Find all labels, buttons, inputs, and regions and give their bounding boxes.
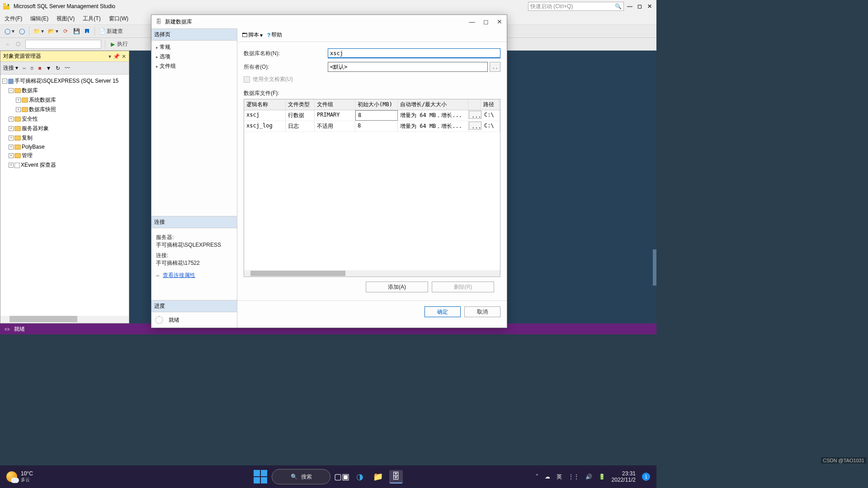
back-button[interactable]: ◯▾ — [4, 28, 14, 35]
refresh-icon[interactable]: ⟳ — [62, 28, 69, 35]
new-database-dialog: 🗄 新建数据库 ― ◻ ✕ 选择页 常规 选项 文件组 连接 服务器: 手可摘棉… — [151, 14, 507, 328]
cancel-button[interactable]: 取消 — [464, 306, 500, 317]
page-filegroups[interactable]: 文件组 — [154, 61, 234, 71]
db-files-grid[interactable]: 逻辑名称 文件类型 文件组 初始大小(MB) 自动增长/最大大小 路径 xscj… — [244, 99, 500, 277]
start-button[interactable] — [254, 470, 267, 483]
tree-server-objects[interactable]: + 服务器对象 — [2, 124, 127, 133]
plus-icon[interactable]: + — [9, 117, 14, 122]
add-file-button[interactable]: 添加(A) — [366, 282, 428, 292]
plus-icon[interactable]: + — [9, 163, 14, 168]
dialog-minimize-button[interactable]: ― — [469, 18, 475, 25]
filter-icon[interactable]: ▼ — [46, 65, 52, 71]
growth-browse-button[interactable]: ... — [469, 111, 481, 119]
connect-icon[interactable]: ⎓ — [23, 65, 26, 71]
plus-icon[interactable]: + — [16, 98, 21, 103]
quick-launch-box[interactable]: 快速启动 (Ctrl+Q) 🔍 — [528, 2, 624, 11]
plug-icon[interactable]: ⎓ — [4, 41, 11, 48]
grid-row[interactable]: xscj 行数据 PRIMARY 8 增量为 64 MB，增长... ... C… — [244, 110, 500, 121]
grid-hscrollbar[interactable] — [244, 270, 500, 277]
tree-server-node[interactable]: − 手可摘棉花\SQLEXPRESS (SQL Server 15 — [2, 76, 127, 86]
save-icon[interactable]: 💾 — [73, 28, 80, 35]
ime-indicator[interactable]: 英 — [557, 473, 562, 481]
folder-button[interactable]: 📂▾ — [47, 28, 58, 35]
taskbar-weather[interactable]: 10°C 多云 — [0, 470, 33, 483]
ssms-app-icon — [3, 3, 10, 10]
close-button[interactable]: ✕ — [646, 2, 654, 10]
edge-icon[interactable]: ◑ — [353, 470, 367, 483]
view-connection-properties-link[interactable]: 查看连接属性 — [163, 272, 195, 279]
minus-icon[interactable]: − — [2, 79, 7, 84]
growth-browse-button[interactable]: ... — [469, 122, 481, 130]
execute-button[interactable]: ▶ 执行 — [109, 40, 128, 48]
plug2-icon[interactable]: ⎔ — [14, 41, 22, 48]
xevent-icon — [14, 163, 20, 168]
database-dropdown[interactable] — [25, 40, 101, 49]
workspace-scrollbar[interactable] — [653, 249, 656, 286]
status-icon: ▭ — [5, 326, 9, 332]
menu-tools[interactable]: 工具(T) — [83, 15, 100, 23]
pulse-icon[interactable]: 〰 — [65, 65, 70, 71]
wifi-icon[interactable]: ⋮⋮ — [568, 474, 579, 480]
owner-input[interactable] — [328, 62, 488, 72]
dialog-close-button[interactable]: ✕ — [497, 18, 502, 25]
plus-icon[interactable]: + — [16, 107, 21, 112]
disconnect-icon[interactable]: ⎏ — [30, 65, 33, 71]
tree-management[interactable]: + 管理 — [2, 151, 127, 160]
file-explorer-icon[interactable]: 📁 — [371, 470, 385, 483]
menu-window[interactable]: 窗口(W) — [109, 15, 128, 23]
minus-icon[interactable]: − — [9, 88, 14, 93]
menu-file[interactable]: 文件(F) — [5, 15, 22, 23]
tree-hscrollbar[interactable] — [0, 316, 129, 323]
open-button[interactable]: 📁▾ — [33, 28, 44, 35]
dialog-maximize-button[interactable]: ◻ — [483, 18, 489, 25]
taskbar-search[interactable]: 🔍 搜索 — [272, 469, 330, 484]
dialog-toolbar: 🗔 脚本 ▾ ? 帮助 — [237, 28, 507, 42]
script-dropdown[interactable]: 🗔 脚本 ▾ — [242, 31, 263, 39]
tree-xevent[interactable]: + XEvent 探查器 — [2, 160, 127, 170]
task-view-icon[interactable]: ▢▣ — [335, 470, 349, 483]
plus-icon[interactable]: + — [9, 126, 14, 131]
grid-row[interactable]: xscj_log 日志 不适用 8 增量为 64 MB，增长... ... C:… — [244, 121, 500, 132]
battery-icon[interactable]: 🔋 — [599, 474, 605, 480]
panel-close-icon[interactable]: ✕ — [122, 53, 126, 60]
connect-dropdown[interactable]: 连接 ▾ — [3, 64, 18, 72]
ok-button[interactable]: 确定 — [425, 306, 461, 317]
help-button[interactable]: ? 帮助 — [267, 31, 282, 39]
progress-header: 进度 — [151, 300, 237, 312]
menu-view[interactable]: 视图(V) — [57, 15, 75, 23]
page-options[interactable]: 选项 — [154, 52, 234, 61]
progress-status: 就绪 — [151, 312, 237, 328]
db-name-input[interactable] — [328, 48, 500, 58]
tree-databases[interactable]: − 数据库 — [2, 86, 127, 95]
minimize-button[interactable]: ― — [626, 2, 634, 10]
ssms-taskbar-icon[interactable]: 🗄 — [389, 470, 403, 483]
object-explorer-panel: 对象资源管理器 ▾ 📌 ✕ 连接 ▾ ⎓ ⎏ ■ ▼ ↻ 〰 − 手可摘棉花\S… — [0, 51, 129, 324]
page-general[interactable]: 常规 — [154, 42, 234, 52]
dialog-titlebar[interactable]: 🗄 新建数据库 ― ◻ ✕ — [151, 15, 507, 28]
folder-icon — [22, 107, 28, 112]
save-all-icon[interactable]: 🖪 — [84, 28, 91, 35]
taskbar-clock[interactable]: 23:31 2022/11/2 — [612, 470, 636, 483]
owner-browse-button[interactable]: . . — [490, 62, 500, 72]
pin-icon[interactable]: 📌 — [113, 53, 120, 60]
dropdown-icon[interactable]: ▾ — [108, 53, 111, 60]
object-tree[interactable]: − 手可摘棉花\SQLEXPRESS (SQL Server 15 − 数据库 … — [0, 75, 129, 316]
tree-polybase[interactable]: + PolyBase — [2, 143, 127, 151]
refresh-tree-icon[interactable]: ↻ — [56, 65, 60, 71]
plus-icon[interactable]: + — [9, 153, 14, 158]
tree-security[interactable]: + 安全性 — [2, 114, 127, 124]
volume-icon[interactable]: 🔊 — [585, 474, 592, 480]
plus-icon[interactable]: + — [9, 136, 14, 141]
maximize-button[interactable]: ◻ — [636, 2, 644, 10]
tray-chevron-icon[interactable]: ˄ — [536, 474, 538, 480]
notification-badge[interactable]: 1 — [642, 473, 650, 481]
tree-db-snapshots[interactable]: + 数据库快照 — [2, 105, 127, 114]
circle-right-icon[interactable]: ◯ — [18, 28, 25, 35]
menu-edit[interactable]: 编辑(E) — [30, 15, 48, 23]
onedrive-icon[interactable]: ☁ — [545, 474, 550, 480]
tree-system-databases[interactable]: + 系统数据库 — [2, 95, 127, 105]
stop-icon[interactable]: ■ — [38, 65, 41, 71]
plus-icon[interactable]: + — [9, 145, 14, 150]
new-query-button[interactable]: 📄 新建查 — [99, 28, 123, 35]
tree-replication[interactable]: + 复制 — [2, 133, 127, 143]
